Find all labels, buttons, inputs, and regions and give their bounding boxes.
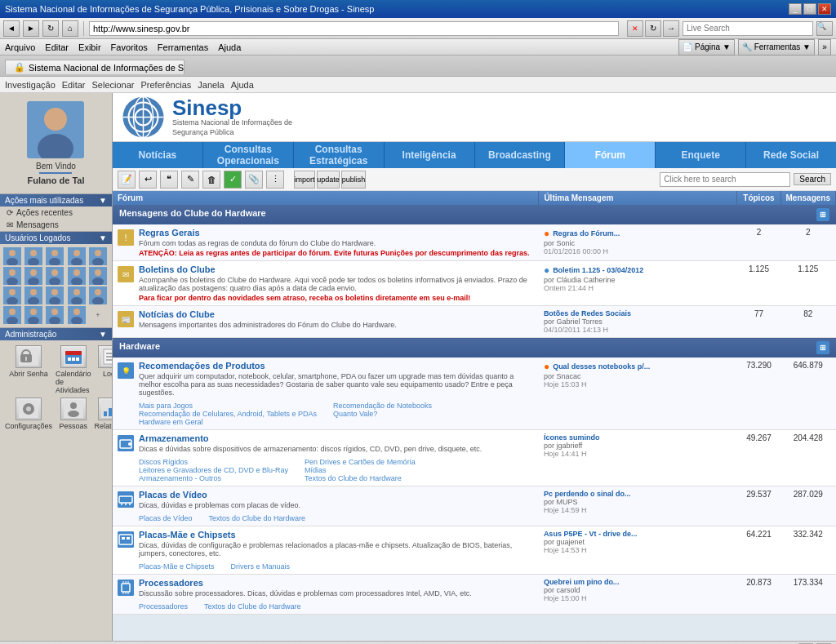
forum-mark-btn[interactable]: ✓	[224, 171, 242, 189]
sidebar-acoes-recentes[interactable]: ⟳ Ações recentes	[0, 207, 112, 219]
boletins-title[interactable]: Boletins do Clube	[139, 264, 534, 274]
browser-search-input[interactable]	[683, 21, 813, 36]
menu-ajuda[interactable]: Ajuda	[218, 42, 241, 52]
admin-abrir-senha[interactable]: Abrir Senha	[5, 345, 52, 394]
logged-users-expand-icon[interactable]: ▼	[99, 233, 107, 242]
placas-video-title[interactable]: Placas de Vídeo	[139, 490, 305, 500]
svg-rect-83	[109, 408, 112, 416]
svg-rect-107	[118, 531, 134, 548]
sub-item-selecionar[interactable]: Selecionar	[92, 80, 135, 90]
user-avatar-12[interactable]	[24, 286, 42, 304]
hardware-expand-btn[interactable]: ⊞	[816, 341, 829, 354]
admin-logs[interactable]: Logs	[95, 345, 113, 394]
sub-item-investigacao[interactable]: Investigação	[5, 80, 56, 90]
user-avatar-4[interactable]	[68, 247, 86, 265]
processadores-title[interactable]: Processadores	[139, 578, 472, 588]
admin-pessoas[interactable]: Pessoas	[56, 398, 91, 430]
user-avatar-6[interactable]	[3, 267, 21, 285]
regras-title[interactable]: Regras Gerais	[139, 228, 529, 238]
section-expand-btn[interactable]: ⊞	[816, 208, 829, 221]
user-avatar-5[interactable]	[89, 247, 107, 265]
user-avatar-15[interactable]	[89, 286, 107, 304]
menu-favoritos[interactable]: Favoritos	[111, 42, 148, 52]
user-avatar-10[interactable]	[89, 267, 107, 285]
menu-exibir[interactable]: Exibir	[78, 42, 101, 52]
actions-expand-icon[interactable]: ▼	[99, 196, 107, 205]
forum-quote-btn[interactable]: ❝	[160, 171, 178, 189]
user-avatar-17[interactable]	[24, 306, 42, 324]
recomendacoes-desc: Quer adquirir um computador, notebook, c…	[139, 372, 534, 397]
browser-tab-active[interactable]: 🔒 Sistema Nacional de Informações de Seg…	[5, 60, 185, 74]
update-btn[interactable]: update	[317, 171, 340, 189]
user-avatar-2[interactable]	[24, 247, 42, 265]
menu-ferramentas[interactable]: Ferramentas	[158, 42, 208, 52]
forum-reply-btn[interactable]: ↩	[139, 171, 157, 189]
admin-configuracoes[interactable]: Configurações	[5, 398, 52, 430]
minimize-button[interactable]: _	[789, 3, 802, 15]
browser-toolbar: ◄ ► ↻ ⌂ ✕ ↻ → 🔍	[0, 18, 836, 39]
forum-search-button[interactable]: Search	[794, 173, 831, 185]
logged-users-header: Usuários Logados ▼	[0, 232, 112, 244]
sub-item-preferencias[interactable]: Preferências	[141, 80, 192, 90]
admin-expand-icon[interactable]: ▼	[99, 330, 107, 339]
user-avatar-8[interactable]	[46, 267, 64, 285]
armazenamento-title[interactable]: Armazenamento	[139, 433, 482, 443]
svg-rect-63	[25, 357, 27, 361]
user-avatar-18[interactable]	[46, 306, 64, 324]
tab-forum[interactable]: Fórum	[565, 142, 656, 168]
tab-rede-social[interactable]: Rede Social	[746, 142, 836, 168]
menu-arquivo[interactable]: Arquivo	[5, 42, 35, 52]
page-btn[interactable]: 📄 Página ▼	[678, 39, 735, 56]
user-avatar-7[interactable]	[24, 267, 42, 285]
sub-item-editar[interactable]: Editar	[62, 80, 86, 90]
recomendacoes-title[interactable]: Recomendações de Produtos	[139, 361, 534, 371]
sub-item-ajuda[interactable]: Ajuda	[231, 80, 254, 90]
publish-btn[interactable]: publish	[341, 171, 366, 189]
import-btn[interactable]: import	[294, 171, 315, 189]
user-avatar-16[interactable]	[3, 306, 21, 324]
admin-relatorios[interactable]: Relatórios	[95, 398, 113, 430]
user-avatar-11[interactable]	[3, 286, 21, 304]
forum-row-noticias-info: 📰 Notícias do Clube Mensagens importante…	[113, 306, 539, 338]
address-bar[interactable]	[89, 21, 619, 36]
extra-btn[interactable]: »	[818, 39, 831, 56]
noticias-icon: 📰	[118, 311, 134, 327]
recomendacoes-topics-count: 73.290	[737, 358, 780, 430]
user-avatar-13[interactable]	[46, 286, 64, 304]
admin-calendario[interactable]: Calendário de Atividades	[56, 345, 91, 394]
sub-item-janela[interactable]: Janela	[198, 80, 224, 90]
search-go-button[interactable]: 🔍	[816, 21, 833, 36]
user-avatar-1[interactable]	[3, 247, 21, 265]
forum-delete-btn[interactable]: 🗑	[202, 171, 220, 189]
forum-new-btn[interactable]: 📝	[118, 171, 136, 189]
tab-inteligencia[interactable]: Inteligência	[385, 142, 475, 168]
user-avatar-14[interactable]	[68, 286, 86, 304]
forum-search-input[interactable]	[660, 172, 790, 187]
close-button[interactable]: ✕	[818, 3, 831, 15]
menu-editar[interactable]: Editar	[45, 42, 69, 52]
forum-attach-btn[interactable]: 📎	[245, 171, 263, 189]
tab-noticias[interactable]: Notícias	[113, 142, 203, 168]
username-label: Fulano de Tal	[27, 175, 84, 185]
maximize-button[interactable]: □	[803, 3, 816, 15]
forward-button[interactable]: ►	[23, 20, 39, 37]
user-avatar-9[interactable]	[68, 267, 86, 285]
tab-consultas-estrategicas[interactable]: Consultas Estratégicas	[294, 142, 385, 168]
forum-more-btn[interactable]: ⋮	[266, 171, 284, 189]
tab-broadcasting[interactable]: Broadcasting	[475, 142, 566, 168]
user-avatar-19[interactable]	[68, 306, 86, 324]
noticias-title[interactable]: Notícias do Clube	[139, 309, 397, 319]
user-avatar-3[interactable]	[46, 247, 64, 265]
back-button[interactable]: ◄	[3, 20, 20, 37]
tools-btn[interactable]: 🔧 Ferramentas ▼	[738, 39, 815, 56]
refresh-button[interactable]: ↻	[42, 20, 59, 37]
tab-enquete[interactable]: Enquete	[656, 142, 746, 168]
forum-edit-btn[interactable]: ✎	[181, 171, 199, 189]
tab-consultas-operacionais[interactable]: Consultas Operacionais	[203, 142, 294, 168]
home-button[interactable]: ⌂	[62, 20, 78, 37]
placas-mae-title[interactable]: Placas-Mãe e Chipsets	[139, 530, 534, 540]
go-button[interactable]: →	[663, 20, 679, 37]
sidebar-mensagens[interactable]: ✉ Mensagens	[0, 219, 112, 231]
refresh2-button[interactable]: ↻	[645, 20, 661, 37]
stop-button[interactable]: ✕	[627, 20, 643, 37]
